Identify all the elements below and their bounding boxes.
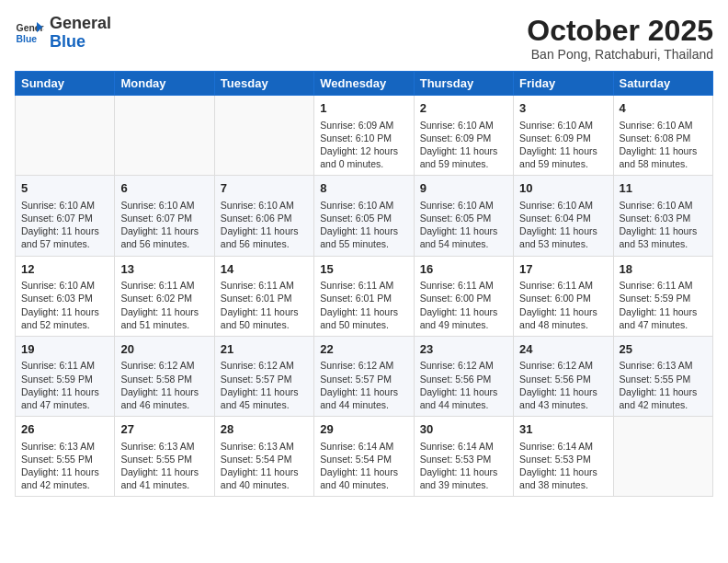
calendar-cell: 12Sunrise: 6:10 AM Sunset: 6:03 PM Dayli… bbox=[16, 256, 115, 336]
day-info: Sunrise: 6:10 AM Sunset: 6:05 PM Dayligh… bbox=[320, 199, 407, 251]
day-number: 5 bbox=[21, 180, 108, 197]
weekday-header-row: SundayMondayTuesdayWednesdayThursdayFrid… bbox=[16, 72, 713, 96]
calendar-cell bbox=[16, 96, 115, 176]
day-number: 2 bbox=[420, 100, 507, 117]
calendar-week-5: 26Sunrise: 6:13 AM Sunset: 5:55 PM Dayli… bbox=[16, 417, 713, 497]
calendar-cell: 15Sunrise: 6:11 AM Sunset: 6:01 PM Dayli… bbox=[314, 256, 414, 336]
day-info: Sunrise: 6:11 AM Sunset: 5:59 PM Dayligh… bbox=[21, 359, 108, 411]
day-info: Sunrise: 6:11 AM Sunset: 6:00 PM Dayligh… bbox=[420, 279, 507, 331]
day-number: 29 bbox=[320, 421, 407, 438]
day-number: 15 bbox=[320, 261, 407, 278]
day-info: Sunrise: 6:12 AM Sunset: 5:56 PM Dayligh… bbox=[519, 359, 607, 411]
logo-blue-text: Blue bbox=[50, 32, 85, 51]
calendar-cell: 27Sunrise: 6:13 AM Sunset: 5:55 PM Dayli… bbox=[115, 417, 214, 497]
day-number: 9 bbox=[420, 180, 507, 197]
weekday-header-tuesday: Tuesday bbox=[214, 72, 313, 96]
calendar-cell: 24Sunrise: 6:12 AM Sunset: 5:56 PM Dayli… bbox=[514, 336, 613, 416]
day-number: 25 bbox=[620, 341, 707, 358]
calendar-cell: 23Sunrise: 6:12 AM Sunset: 5:56 PM Dayli… bbox=[414, 336, 513, 416]
day-info: Sunrise: 6:11 AM Sunset: 6:01 PM Dayligh… bbox=[320, 279, 407, 331]
location: Ban Pong, Ratchaburi, Thailand bbox=[527, 47, 713, 62]
day-number: 4 bbox=[620, 100, 707, 117]
day-number: 21 bbox=[221, 341, 308, 358]
page-header: General Blue General Blue October 2025 B… bbox=[15, 15, 713, 62]
weekday-header-friday: Friday bbox=[514, 72, 613, 96]
day-info: Sunrise: 6:12 AM Sunset: 5:56 PM Dayligh… bbox=[420, 359, 507, 411]
calendar-cell: 9Sunrise: 6:10 AM Sunset: 6:05 PM Daylig… bbox=[414, 176, 513, 256]
day-info: Sunrise: 6:11 AM Sunset: 5:59 PM Dayligh… bbox=[620, 279, 707, 331]
day-info: Sunrise: 6:13 AM Sunset: 5:54 PM Dayligh… bbox=[221, 440, 308, 492]
calendar-cell: 8Sunrise: 6:10 AM Sunset: 6:05 PM Daylig… bbox=[314, 176, 414, 256]
day-number: 26 bbox=[21, 421, 108, 438]
calendar-table: SundayMondayTuesdayWednesdayThursdayFrid… bbox=[15, 71, 713, 497]
day-info: Sunrise: 6:10 AM Sunset: 6:05 PM Dayligh… bbox=[420, 199, 507, 251]
svg-text:Blue: Blue bbox=[17, 33, 38, 43]
day-info: Sunrise: 6:10 AM Sunset: 6:09 PM Dayligh… bbox=[420, 119, 507, 171]
calendar-cell bbox=[613, 417, 712, 497]
day-info: Sunrise: 6:10 AM Sunset: 6:04 PM Dayligh… bbox=[519, 199, 607, 251]
day-info: Sunrise: 6:10 AM Sunset: 6:03 PM Dayligh… bbox=[21, 279, 108, 331]
day-number: 3 bbox=[519, 100, 607, 117]
calendar-cell: 16Sunrise: 6:11 AM Sunset: 6:00 PM Dayli… bbox=[414, 256, 513, 336]
day-info: Sunrise: 6:10 AM Sunset: 6:09 PM Dayligh… bbox=[519, 119, 607, 171]
calendar-cell: 11Sunrise: 6:10 AM Sunset: 6:03 PM Dayli… bbox=[613, 176, 712, 256]
calendar-cell: 22Sunrise: 6:12 AM Sunset: 5:57 PM Dayli… bbox=[314, 336, 414, 416]
calendar-week-1: 1Sunrise: 6:09 AM Sunset: 6:10 PM Daylig… bbox=[16, 96, 713, 176]
day-info: Sunrise: 6:10 AM Sunset: 6:08 PM Dayligh… bbox=[620, 119, 707, 171]
logo-general-text: General bbox=[50, 14, 111, 32]
calendar-cell: 18Sunrise: 6:11 AM Sunset: 5:59 PM Dayli… bbox=[613, 256, 712, 336]
day-number: 19 bbox=[21, 341, 108, 358]
calendar-cell: 19Sunrise: 6:11 AM Sunset: 5:59 PM Dayli… bbox=[16, 336, 115, 416]
day-number: 24 bbox=[519, 341, 607, 358]
day-number: 1 bbox=[320, 100, 407, 117]
calendar-cell: 28Sunrise: 6:13 AM Sunset: 5:54 PM Dayli… bbox=[214, 417, 313, 497]
day-info: Sunrise: 6:10 AM Sunset: 6:03 PM Dayligh… bbox=[620, 199, 707, 251]
day-info: Sunrise: 6:13 AM Sunset: 5:55 PM Dayligh… bbox=[21, 440, 108, 492]
calendar-cell: 20Sunrise: 6:12 AM Sunset: 5:58 PM Dayli… bbox=[115, 336, 214, 416]
day-number: 30 bbox=[420, 421, 507, 438]
day-number: 28 bbox=[221, 421, 308, 438]
weekday-header-sunday: Sunday bbox=[16, 72, 115, 96]
calendar-cell: 2Sunrise: 6:10 AM Sunset: 6:09 PM Daylig… bbox=[414, 96, 513, 176]
calendar-cell: 21Sunrise: 6:12 AM Sunset: 5:57 PM Dayli… bbox=[214, 336, 313, 416]
day-info: Sunrise: 6:09 AM Sunset: 6:10 PM Dayligh… bbox=[320, 119, 407, 171]
day-info: Sunrise: 6:12 AM Sunset: 5:58 PM Dayligh… bbox=[120, 359, 208, 411]
day-info: Sunrise: 6:13 AM Sunset: 5:55 PM Dayligh… bbox=[120, 440, 208, 492]
weekday-header-saturday: Saturday bbox=[613, 72, 712, 96]
day-number: 22 bbox=[320, 341, 407, 358]
day-number: 23 bbox=[420, 341, 507, 358]
calendar-cell: 14Sunrise: 6:11 AM Sunset: 6:01 PM Dayli… bbox=[214, 256, 313, 336]
logo: General Blue General Blue bbox=[15, 15, 111, 52]
day-info: Sunrise: 6:14 AM Sunset: 5:54 PM Dayligh… bbox=[320, 440, 407, 492]
day-number: 17 bbox=[519, 261, 607, 278]
day-info: Sunrise: 6:12 AM Sunset: 5:57 PM Dayligh… bbox=[320, 359, 407, 411]
day-number: 31 bbox=[519, 421, 607, 438]
calendar-week-3: 12Sunrise: 6:10 AM Sunset: 6:03 PM Dayli… bbox=[16, 256, 713, 336]
calendar-cell: 5Sunrise: 6:10 AM Sunset: 6:07 PM Daylig… bbox=[16, 176, 115, 256]
calendar-week-4: 19Sunrise: 6:11 AM Sunset: 5:59 PM Dayli… bbox=[16, 336, 713, 416]
day-number: 8 bbox=[320, 180, 407, 197]
day-number: 20 bbox=[120, 341, 208, 358]
calendar-cell: 31Sunrise: 6:14 AM Sunset: 5:53 PM Dayli… bbox=[514, 417, 613, 497]
day-number: 27 bbox=[120, 421, 208, 438]
day-number: 14 bbox=[221, 261, 308, 278]
calendar-cell: 6Sunrise: 6:10 AM Sunset: 6:07 PM Daylig… bbox=[115, 176, 214, 256]
calendar-cell: 29Sunrise: 6:14 AM Sunset: 5:54 PM Dayli… bbox=[314, 417, 414, 497]
day-info: Sunrise: 6:10 AM Sunset: 6:07 PM Dayligh… bbox=[21, 199, 108, 251]
day-info: Sunrise: 6:11 AM Sunset: 6:02 PM Dayligh… bbox=[120, 279, 208, 331]
calendar-cell: 7Sunrise: 6:10 AM Sunset: 6:06 PM Daylig… bbox=[214, 176, 313, 256]
calendar-cell bbox=[214, 96, 313, 176]
day-info: Sunrise: 6:14 AM Sunset: 5:53 PM Dayligh… bbox=[519, 440, 607, 492]
title-block: October 2025 Ban Pong, Ratchaburi, Thail… bbox=[527, 15, 713, 62]
calendar-cell: 10Sunrise: 6:10 AM Sunset: 6:04 PM Dayli… bbox=[514, 176, 613, 256]
logo-icon: General Blue bbox=[15, 18, 44, 48]
calendar-cell: 1Sunrise: 6:09 AM Sunset: 6:10 PM Daylig… bbox=[314, 96, 414, 176]
day-number: 7 bbox=[221, 180, 308, 197]
calendar-cell: 13Sunrise: 6:11 AM Sunset: 6:02 PM Dayli… bbox=[115, 256, 214, 336]
day-info: Sunrise: 6:14 AM Sunset: 5:53 PM Dayligh… bbox=[420, 440, 507, 492]
calendar-cell: 4Sunrise: 6:10 AM Sunset: 6:08 PM Daylig… bbox=[613, 96, 712, 176]
calendar-cell: 25Sunrise: 6:13 AM Sunset: 5:55 PM Dayli… bbox=[613, 336, 712, 416]
calendar-cell bbox=[115, 96, 214, 176]
month-title: October 2025 bbox=[527, 15, 713, 47]
day-info: Sunrise: 6:12 AM Sunset: 5:57 PM Dayligh… bbox=[221, 359, 308, 411]
